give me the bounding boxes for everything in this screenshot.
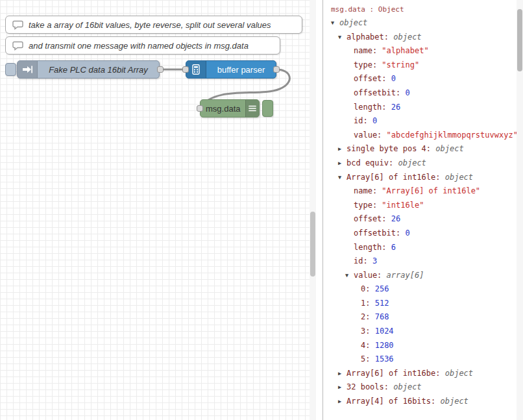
tree-row: length: 6 [323,241,517,255]
debug-toggle-button[interactable] [262,100,273,117]
tree-row: 4: 1280 [323,339,517,353]
node-label: Fake PLC data 16bit Array [38,61,159,78]
expand-icon[interactable]: ▶ [338,367,347,381]
tree-row: 3: 1024 [323,325,517,339]
collapse-icon[interactable]: ▼ [338,31,347,45]
input-port[interactable] [197,105,203,112]
inject-trigger-button[interactable] [5,63,16,76]
tree-row: offsetbit: 0 [323,86,517,101]
tree-key: id: [354,116,372,125]
tree-row: type: "int16le" [323,199,517,213]
tree-value: object [445,369,473,378]
canvas-scrollbar-thumb[interactable] [310,212,315,277]
tree-key: type: [354,60,382,69]
tree-value: "string" [382,60,419,69]
expand-icon[interactable]: ▶ [338,156,347,171]
tree-row[interactable]: ▶bcd equiv: object [323,156,517,171]
comment-node[interactable]: take a array of 16bit values, byte rever… [5,16,302,34]
tree-value: 1280 [375,341,394,350]
tree-key: Array[4] of 16bits: [347,397,441,406]
tree-value: 0 [372,116,377,125]
tree-key: length: [354,103,391,112]
node-label: msg.data [201,100,245,117]
buffer-parser-node[interactable]: buffer parser [186,60,276,79]
tree-value: object [398,158,426,167]
tree-key: name: [354,46,382,55]
tree-value: object [445,173,473,182]
tree-value: object [393,32,421,42]
tree-row[interactable]: ▼Array[6] of int16le: object [323,171,517,185]
tree-row[interactable]: ▶32 bools: object [323,380,517,395]
sidebar-scrollbar[interactable] [517,0,523,420]
tree-key: 32 bools: [347,382,393,391]
output-port[interactable] [157,66,164,73]
tree-key: Array[6] of int16be: [347,369,445,378]
tree-value: "Array[6] of int16le" [382,186,480,195]
tree-row: offset: 26 [323,212,517,227]
tree-row: offsetbit: 0 [323,227,517,241]
tree-value: 768 [375,312,389,321]
tree-key: alphabet: [347,32,393,42]
comment-node[interactable]: and transmit one message with named obje… [5,36,280,55]
input-port[interactable] [182,66,189,73]
comment-text: take a array of 16bit values, byte rever… [29,20,271,30]
expand-icon[interactable]: ▶ [338,380,347,395]
tree-key: id: [354,256,372,266]
tree-row: type: "string" [323,58,517,73]
tree-value: 1536 [375,354,394,364]
debug-list-icon [245,100,259,117]
node-label: buffer parser [206,61,276,78]
comment-bubble-icon [12,20,23,30]
collapse-icon[interactable]: ▼ [345,269,354,283]
tree-key: value: [354,271,387,280]
tree-value: array[6] [387,271,424,280]
tree-key: bcd equiv: [347,158,398,167]
tree-key: offsetbit: [354,88,405,97]
tree-value: object [441,397,468,406]
canvas-scrollbar[interactable] [310,0,316,420]
tree-value: 512 [375,299,389,308]
tree-row: name: "alphabet" [323,44,517,58]
flow-canvas[interactable]: take a array of 16bit values, byte rever… [0,0,310,420]
tree-row[interactable]: ▶single byte pos 4: object [323,142,517,156]
debug-node[interactable]: msg.data [200,99,260,117]
tree-key: single byte pos 4: [347,144,435,153]
collapse-icon[interactable]: ▼ [338,171,347,185]
tree-value: 26 [391,214,400,223]
calculator-icon [186,61,206,78]
tree-value: 3 [372,256,377,266]
tree-row[interactable]: ▶Array[6] of int16be: object [323,367,517,381]
tree-key: type: [354,201,382,210]
tree-row: name: "Array[6] of int16le" [323,184,517,199]
expand-icon[interactable]: ▶ [338,142,347,156]
tree-row[interactable]: ▼value: array[6] [323,269,517,283]
tree-value: "int16le" [382,201,424,210]
tree-value: "abcdefghijklmmopqrstuvwxyz" [387,130,517,140]
node-red-workspace: take a array of 16bit values, byte rever… [0,0,523,420]
output-port[interactable] [273,66,280,73]
tree-row: 0: 256 [323,282,517,297]
tree-row[interactable]: ▶Array[4] of 16bits: object [323,395,517,409]
tree-row[interactable]: ▼object [323,16,517,31]
tree-key: 0: [361,284,375,293]
tree-value: 0 [405,229,409,238]
inject-node[interactable]: Fake PLC data 16bit Array [17,60,160,79]
expand-icon[interactable]: ▶ [338,395,347,409]
tree-value: 0 [405,88,409,97]
tree-key: offset: [354,74,391,83]
tree-value: 0 [391,74,396,83]
tree-row: 5: 1536 [323,352,517,367]
tree-key: offset: [354,214,391,223]
debug-message-path: msg.data : Object [323,0,517,14]
collapse-icon[interactable]: ▼ [331,16,339,31]
tree-key: 5: [361,354,375,364]
comment-text: and transmit one message with named obje… [29,41,249,51]
tree-key: Array[6] of int16le: [347,173,445,182]
tree-value: 26 [391,103,400,112]
tree-key: name: [354,186,382,195]
comment-bubble-icon [12,41,23,51]
tree-value: 256 [375,284,389,293]
tree-row: 1: 512 [323,297,517,311]
tree-row[interactable]: ▼alphabet: object [323,31,517,45]
sidebar-scrollbar-thumb[interactable] [517,9,522,71]
